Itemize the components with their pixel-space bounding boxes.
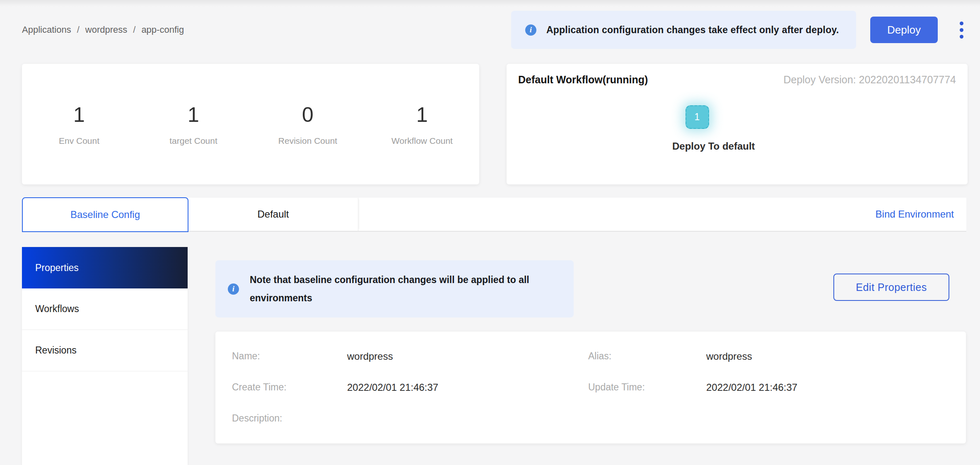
prop-create-time-label: Create Time: [232,382,347,393]
deploy-version: Deploy Version: 20220201134707774 [783,74,956,86]
note-row: i Note that baseline configuration chang… [215,260,966,317]
stat-label: Workflow Count [365,136,479,146]
prop-name-label: Name: [232,351,347,362]
config-sidebar: Properties Workflows Revisions [22,247,188,465]
edit-properties-button[interactable]: Edit Properties [833,274,949,301]
info-icon: i [525,24,536,36]
header-row: Applications / wordpress / app-config i … [22,11,968,49]
tab-baseline-config[interactable]: Baseline Config [22,197,188,232]
deploy-version-label: Deploy Version: [783,74,856,85]
stat-value: 0 [251,103,365,127]
breadcrumb: Applications / wordpress / app-config [22,24,184,35]
baseline-note-banner: i Note that baseline configuration chang… [215,260,574,317]
prop-description-value [347,413,949,424]
stat-value: 1 [365,103,479,127]
summary-cards-row: 1 Env Count 1 target Count 0 Revision Co… [22,64,968,184]
workflow-node: 1 Deploy To default [672,105,722,152]
breadcrumb-applications[interactable]: Applications [22,24,71,35]
prop-update-time-value: 2022/02/01 21:46:37 [706,382,949,393]
sidebar-item-workflows[interactable]: Workflows [22,288,188,330]
config-tabbar: Baseline Config Default Bind Environment [22,198,966,232]
baseline-note-text: Note that baseline configuration changes… [250,271,540,307]
breadcrumb-wordpress[interactable]: wordpress [85,24,127,35]
main-content: i Note that baseline configuration chang… [215,247,966,443]
tab-default[interactable]: Default [188,198,358,231]
properties-card: Name: wordpress Alias: wordpress Create … [215,332,966,443]
workflow-step-node[interactable]: 1 [686,105,709,129]
sidebar-item-properties[interactable]: Properties [22,247,188,288]
stat-label: target Count [136,136,251,146]
deploy-alert-text: Application configuration changes take e… [546,24,839,36]
prop-alias-label: Alias: [588,351,706,362]
breadcrumb-separator: / [133,24,135,35]
workflow-card: Default Workflow(running) Deploy Version… [507,64,968,184]
stat-revision-count: 0 Revision Count [251,103,365,146]
stats-card: 1 Env Count 1 target Count 0 Revision Co… [22,64,479,184]
deploy-version-value: 20220201134707774 [859,74,956,85]
stat-value: 1 [136,103,251,127]
prop-create-time-value: 2022/02/01 21:46:37 [347,382,588,393]
prop-update-time-label: Update Time: [588,382,706,393]
stat-workflow-count: 1 Workflow Count [365,103,479,146]
stat-label: Revision Count [251,136,365,146]
prop-description-label: Description: [232,413,347,424]
breadcrumb-app-config: app-config [141,24,184,35]
deploy-button[interactable]: Deploy [870,17,938,43]
stat-value: 1 [22,103,136,127]
prop-name-value: wordpress [347,351,588,362]
info-icon: i [228,283,239,295]
deploy-alert-banner: i Application configuration changes take… [511,11,856,49]
prop-alias-value: wordpress [706,351,949,362]
breadcrumb-separator: / [77,24,80,35]
bind-environment-link[interactable]: Bind Environment [876,198,966,231]
stat-label: Env Count [22,136,136,146]
stat-env-count: 1 Env Count [22,103,136,146]
workflow-step-caption: Deploy To default [672,140,722,152]
workflow-title: Default Workflow(running) [518,74,648,86]
stat-target-count: 1 target Count [136,103,251,146]
workflow-card-header: Default Workflow(running) Deploy Version… [518,74,956,86]
sidebar-item-revisions[interactable]: Revisions [22,330,188,371]
kebab-menu-icon[interactable] [955,17,968,43]
